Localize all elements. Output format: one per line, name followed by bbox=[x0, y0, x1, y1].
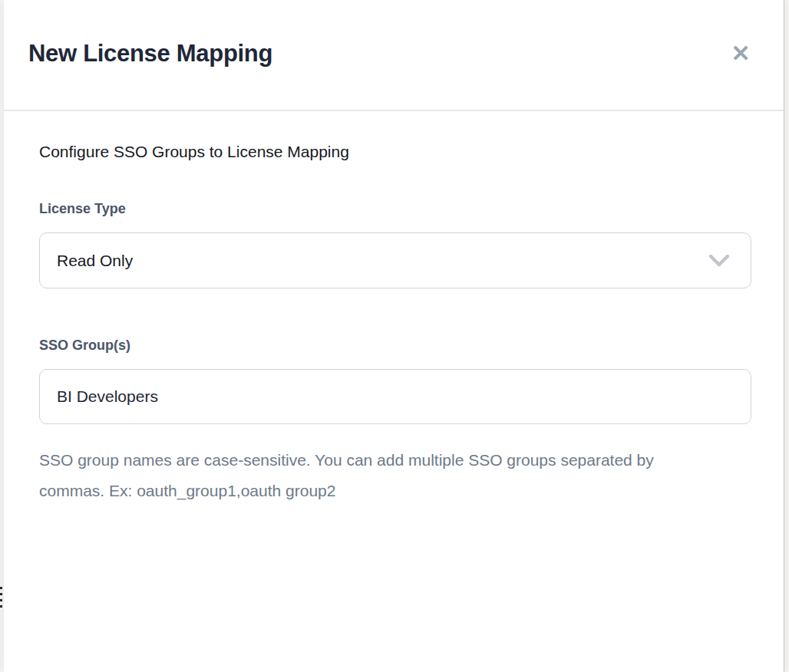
background-page-icon-fragment bbox=[0, 593, 2, 595]
background-page-icon-fragment bbox=[0, 599, 2, 601]
modal-body: Configure SSO Groups to License Mapping … bbox=[4, 111, 784, 506]
close-icon: ✕ bbox=[731, 42, 750, 65]
background-page-icon-fragment bbox=[0, 587, 2, 589]
license-type-label: License Type bbox=[39, 201, 748, 217]
sso-groups-help-text: SSO group names are case-sensitive. You … bbox=[39, 445, 684, 506]
close-button[interactable]: ✕ bbox=[725, 38, 756, 69]
chevron-down-icon bbox=[709, 255, 729, 267]
modal-title: New License Mapping bbox=[28, 40, 272, 68]
background-page-icon-fragment bbox=[0, 605, 2, 608]
modal-header: New License Mapping ✕ bbox=[4, 0, 784, 111]
sso-groups-input[interactable] bbox=[39, 369, 751, 424]
sso-groups-label: SSO Group(s) bbox=[39, 338, 748, 354]
license-type-selected-value: Read Only bbox=[57, 252, 133, 270]
new-license-mapping-modal: New License Mapping ✕ Configure SSO Grou… bbox=[3, 0, 784, 672]
modal-subheading: Configure SSO Groups to License Mapping bbox=[39, 143, 748, 161]
page: New License Mapping ✕ Configure SSO Grou… bbox=[0, 0, 789, 672]
license-type-select[interactable]: Read Only bbox=[39, 232, 751, 288]
